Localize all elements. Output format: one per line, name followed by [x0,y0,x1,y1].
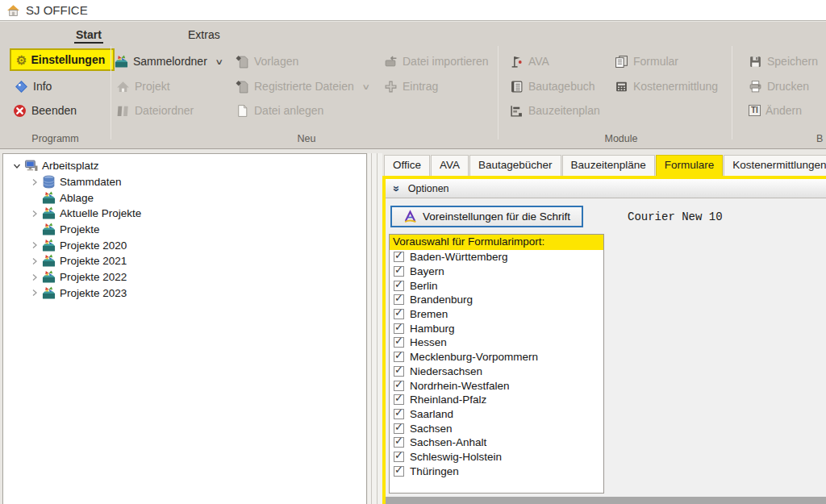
state-label[interactable]: Hamburg [410,323,455,335]
state-label[interactable]: Bremen [410,308,448,320]
tree-item-arbeitsplatz[interactable]: Arbeitsplatz [3,158,366,174]
state-label[interactable]: Rheinland-Pfalz [410,394,486,406]
state-label[interactable]: Bayern [410,265,444,277]
kostenermittlung-button[interactable]: Kostenermittlung [615,76,718,97]
state-label[interactable]: Niedersachsen [410,365,482,377]
state-row[interactable]: ✓ Niedersachsen [390,364,603,379]
checkbox-checked[interactable]: ✓ [394,466,404,477]
checkbox-checked[interactable]: ✓ [394,252,404,262]
projekt-button[interactable]: Projekt [116,76,170,97]
datei-importieren-button[interactable]: Datei importieren [384,51,489,72]
state-label[interactable]: Saarland [410,408,453,420]
checkbox-checked[interactable]: ✓ [394,352,404,362]
tree-item-label[interactable]: Projekte 2021 [60,255,127,267]
chevron-right-icon[interactable] [27,177,42,187]
checkbox-checked[interactable]: ✓ [394,281,404,291]
tree-item-projekte-2021[interactable]: Projekte 2021 [3,253,366,269]
state-row[interactable]: ✓ Hessen [390,335,603,350]
tree-item-projekte[interactable]: Projekte [3,222,366,238]
bauzeitenplan-button[interactable]: Bauzeitenplan [510,100,600,121]
state-label[interactable]: Hessen [410,336,447,348]
info-button[interactable]: Info [15,76,52,97]
state-row[interactable]: ✓ Thüringen [390,464,603,478]
checkbox-checked[interactable]: ✓ [394,294,404,305]
checkbox-checked[interactable]: ✓ [394,452,404,462]
state-row[interactable]: ✓ Sachsen [390,421,603,435]
state-row[interactable]: ✓ Mecklenburg-Vorpommern [390,350,603,364]
state-row[interactable]: ✓ Schleswig-Holstein [390,450,603,464]
checkbox-checked[interactable]: ✓ [394,337,404,348]
chevron-right-icon[interactable] [27,288,42,298]
eintrag-button[interactable]: Eintrag [384,76,438,97]
state-row[interactable]: ✓ Saarland [390,407,603,422]
tab-office[interactable]: Office [384,155,430,176]
tab-formulare[interactable]: Formulare [656,155,724,176]
vorlagen-button[interactable]: Vorlagen [236,51,298,72]
panel-splitter[interactable] [368,153,382,504]
tree-item-label[interactable]: Projekte 2020 [60,240,127,252]
font-presets-button[interactable]: Voreinstellungen für die Schrift [390,206,583,227]
tab-ava[interactable]: AVA [431,155,469,176]
beenden-button[interactable]: Beenden [13,100,77,121]
state-row[interactable]: ✓ Nordrhein-Westfalen [390,378,603,393]
state-row[interactable]: ✓ Bremen [390,307,603,322]
datei-anlegen-button[interactable]: Datei anlegen [236,100,323,121]
state-row[interactable]: ✓ Hamburg [390,321,603,335]
ribbon-tab-start[interactable]: Start [74,28,103,44]
horizontal-scrollbar[interactable] [386,497,826,504]
tree-item-projekte-2023[interactable]: Projekte 2023 [3,285,366,302]
tree-item-stammdaten[interactable]: Stammdaten [3,174,366,190]
state-label[interactable]: Thüringen [410,465,459,477]
speichern-button[interactable]: Speichern [749,51,818,72]
tree-item-label[interactable]: Projekte 2022 [60,271,127,283]
drucken-button[interactable]: Drucken [749,76,809,97]
formular-button[interactable]: Formular [615,51,678,72]
state-row[interactable]: ✓ Brandenburg [390,293,603,307]
tree-item-projekte-2020[interactable]: Projekte 2020 [3,237,366,253]
checkbox-checked[interactable]: ✓ [394,437,404,448]
chevron-right-icon[interactable] [27,240,42,250]
einstellungen-button[interactable]: ⚙ Einstellungen [10,48,115,71]
tree-item-label[interactable]: Projekte [60,223,100,235]
tree-item-ablage[interactable]: Ablage [3,190,366,206]
state-label[interactable]: Sachsen-Anhalt [410,436,486,448]
sammelordner-button[interactable]: Sammelordner ∨ [115,51,222,72]
tab-kostenermittlungen[interactable]: Kostenermittlungen [724,155,826,176]
chevron-right-icon[interactable] [27,256,42,266]
bautagebuch-button[interactable]: Bautagebuch [510,76,595,97]
checkbox-checked[interactable]: ✓ [394,366,404,377]
checkbox-checked[interactable]: ✓ [394,423,404,434]
tree-item-label[interactable]: Projekte 2023 [60,287,127,299]
tree-item-label[interactable]: Aktuelle Projekte [60,207,141,219]
tree-item-label[interactable]: Arbeitsplatz [42,160,99,172]
aendern-button[interactable]: TI Ändern [749,100,802,121]
state-row[interactable]: ✓ Sachsen-Anhalt [390,435,603,450]
state-row[interactable]: ✓ Bayern [390,264,603,279]
chevron-down-icon[interactable]: ∨ [215,57,223,66]
ava-button[interactable]: AVA [510,51,549,72]
checkbox-checked[interactable]: ✓ [394,409,404,419]
dateiordner-button[interactable]: Dateiordner [116,100,194,121]
state-label[interactable]: Baden-Württemberg [410,251,508,263]
registrierte-dateien-button[interactable]: Registrierte Dateien ∨ [236,76,369,97]
tree-item-aktuelle-projekte[interactable]: Aktuelle Projekte [3,206,366,222]
chevron-down-icon[interactable]: ∨ [361,82,370,91]
tree-item-projekte-2022[interactable]: Projekte 2022 [3,269,366,285]
state-label[interactable]: Berlin [410,280,438,292]
checkbox-checked[interactable]: ✓ [394,309,404,319]
checkbox-checked[interactable]: ✓ [394,323,404,334]
state-row[interactable]: ✓ Berlin [390,278,603,293]
chevron-right-icon[interactable] [27,273,42,282]
tab-bauzeitenplaene[interactable]: Bauzeitenpläne [562,155,655,176]
state-row[interactable]: ✓ Rheinland-Pfalz [390,393,603,407]
checkbox-checked[interactable]: ✓ [394,266,404,277]
state-row[interactable]: ✓ Baden-Württemberg [390,250,603,264]
tree-item-label[interactable]: Ablage [60,192,94,204]
state-label[interactable]: Sachsen [410,423,453,435]
state-label[interactable]: Mecklenburg-Vorpommern [410,351,538,363]
tree-item-label[interactable]: Stammdaten [60,176,122,188]
options-collapse-header[interactable]: » Optionen [386,179,826,198]
state-label[interactable]: Nordrhein-Westfalen [410,380,510,392]
checkbox-checked[interactable]: ✓ [394,381,404,391]
checkbox-checked[interactable]: ✓ [394,394,404,405]
